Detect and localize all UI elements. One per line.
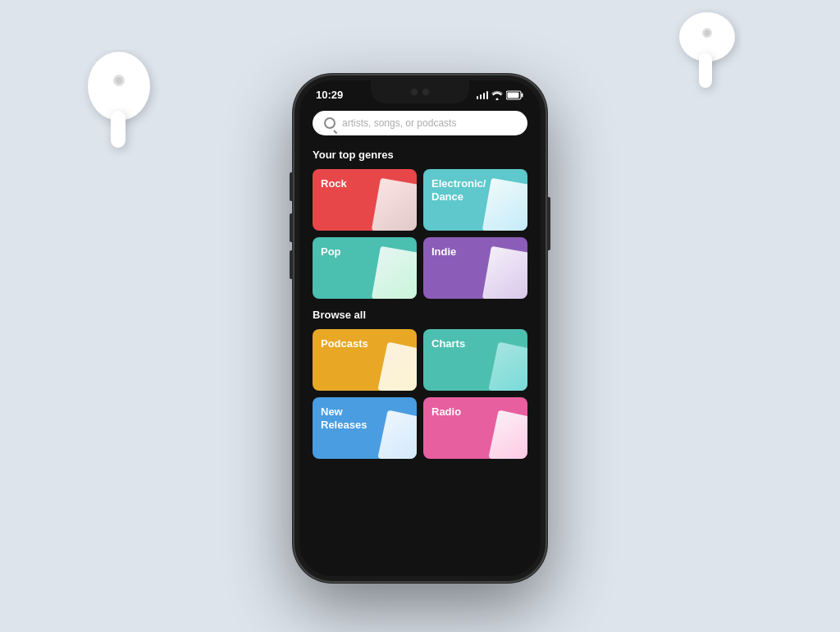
signal-icon (477, 91, 489, 99)
browse-card-radio[interactable]: Radio (423, 397, 527, 459)
svg-rect-9 (522, 93, 523, 97)
top-genres-label: Your top genres (313, 149, 527, 161)
browse-art-charts (488, 341, 527, 391)
browse-card-new-releases[interactable]: NewReleases (313, 397, 417, 459)
top-genres-grid: Rock Electronic/Dance Pop Indie (313, 169, 527, 299)
battery-icon (506, 90, 524, 100)
browse-label-charts: Charts (431, 337, 465, 350)
browse-label-podcasts: Podcasts (321, 337, 368, 350)
browse-art-radio (488, 410, 527, 459)
face-id-sensor (422, 89, 429, 95)
search-placeholder: artists, songs, or podcasts (342, 117, 456, 129)
front-camera (411, 89, 418, 95)
search-bar[interactable]: artists, songs, or podcasts (313, 111, 527, 135)
genre-card-rock[interactable]: Rock (313, 169, 417, 231)
browse-all-label: Browse all (313, 309, 527, 321)
genre-art-pop (372, 246, 417, 299)
genre-label-rock: Rock (321, 177, 347, 190)
phone-screen: 10:29 (299, 80, 541, 576)
wifi-icon (491, 90, 503, 100)
genre-art-rock (372, 178, 417, 231)
screen-content: artists, songs, or podcasts Your top gen… (299, 104, 541, 570)
status-icons (477, 90, 525, 100)
browse-art-new-releases (377, 410, 417, 459)
browse-label-radio: Radio (431, 405, 461, 419)
svg-rect-10 (508, 92, 519, 98)
airpod-right (668, 8, 742, 98)
phone: 10:29 (293, 74, 547, 583)
svg-point-3 (116, 77, 122, 84)
status-time: 10:29 (316, 89, 343, 101)
airpod-left (74, 49, 164, 156)
genre-card-electronic[interactable]: Electronic/Dance (423, 169, 527, 231)
browse-all-grid: Podcasts Charts NewReleases Radio (313, 329, 527, 459)
genre-label-indie: Indie (431, 245, 456, 259)
svg-rect-1 (111, 111, 126, 148)
genre-label-pop: Pop (321, 245, 341, 259)
svg-point-7 (705, 30, 710, 36)
genre-card-indie[interactable]: Indie (423, 237, 527, 299)
browse-art-podcasts (377, 341, 417, 391)
genre-card-pop[interactable]: Pop (313, 237, 417, 299)
notch (371, 80, 469, 103)
genre-art-indie (482, 246, 527, 299)
search-icon (324, 117, 336, 129)
svg-rect-5 (699, 53, 712, 88)
browse-card-podcasts[interactable]: Podcasts (313, 329, 417, 391)
genre-art-electronic (482, 178, 527, 231)
browse-label-new-releases: NewReleases (321, 405, 367, 431)
phone-outer: 10:29 (293, 74, 547, 583)
browse-card-charts[interactable]: Charts (423, 329, 527, 391)
genre-label-electronic: Electronic/Dance (431, 177, 486, 203)
